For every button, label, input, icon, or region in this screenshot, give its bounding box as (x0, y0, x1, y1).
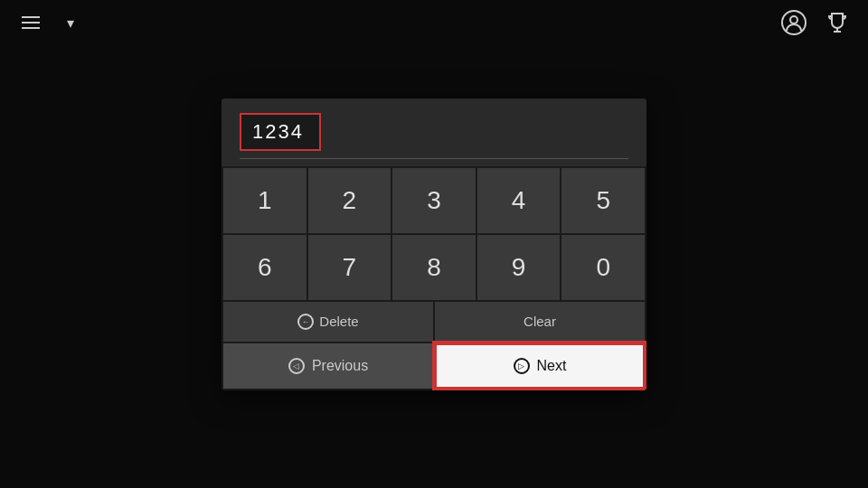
trophy-icon[interactable] (821, 6, 854, 39)
key-3[interactable]: 3 (392, 168, 476, 233)
key-0[interactable]: 0 (561, 235, 645, 300)
number-input[interactable]: 1234 (240, 113, 321, 151)
key-6[interactable]: 6 (223, 235, 307, 300)
chevron-down-icon[interactable]: ▾ (54, 6, 87, 39)
clear-label: Clear (524, 314, 556, 329)
key-9[interactable]: 9 (477, 235, 561, 300)
numpad-dialog: 1234 1 2 3 4 5 6 7 8 9 0 ← Delete Clear … (222, 99, 646, 390)
top-bar: ▾ (0, 0, 868, 45)
clear-button[interactable]: Clear (435, 302, 645, 342)
previous-label: Previous (312, 358, 368, 374)
key-8[interactable]: 8 (392, 235, 476, 300)
delete-icon: ← (297, 314, 314, 330)
next-label: Next (537, 358, 567, 374)
svg-point-1 (790, 16, 797, 23)
next-button[interactable]: ▷ Next (435, 343, 645, 389)
input-area: 1234 (222, 99, 646, 166)
key-2[interactable]: 2 (308, 168, 392, 233)
input-underline (240, 158, 628, 159)
hamburger-icon (22, 16, 40, 29)
key-1[interactable]: 1 (223, 168, 307, 233)
top-bar-left: ▾ (14, 6, 87, 39)
nav-row: ◁ Previous ▷ Next (222, 343, 646, 390)
action-row: ← Delete Clear (222, 302, 646, 343)
top-bar-right (778, 6, 854, 39)
delete-button[interactable]: ← Delete (223, 302, 433, 342)
key-5[interactable]: 5 (561, 168, 645, 233)
numpad-grid: 1 2 3 4 5 6 7 8 9 0 (222, 166, 646, 302)
user-icon[interactable] (778, 6, 810, 39)
previous-button[interactable]: ◁ Previous (223, 343, 433, 389)
next-icon: ▷ (514, 358, 530, 374)
menu-button[interactable] (14, 6, 47, 39)
key-7[interactable]: 7 (308, 235, 392, 300)
key-4[interactable]: 4 (477, 168, 561, 233)
previous-icon: ◁ (288, 358, 305, 374)
delete-label: Delete (319, 314, 358, 329)
